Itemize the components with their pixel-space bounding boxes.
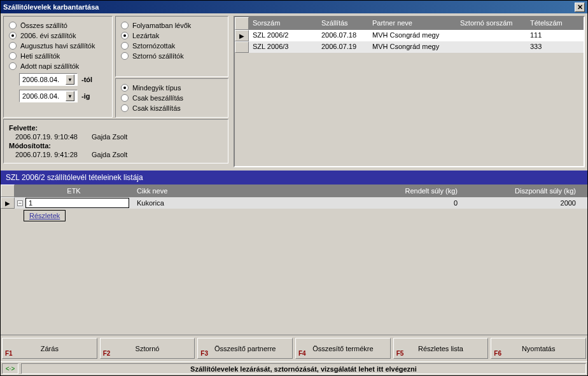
col-cikk[interactable]: Cikk neve bbox=[133, 185, 362, 197]
chevron-down-icon[interactable]: ▼ bbox=[66, 74, 74, 85]
date-to-input[interactable]: 2006.08.04.▼ bbox=[19, 90, 78, 102]
scope-option-day[interactable]: Adott napi szállítók bbox=[9, 61, 107, 71]
etk-input[interactable]: 1 bbox=[25, 198, 129, 208]
f4-button[interactable]: F4Összesítő termékre bbox=[295, 338, 391, 359]
f3-button[interactable]: F3Összesítő partnerre bbox=[197, 338, 293, 359]
f2-button[interactable]: F2Sztornó bbox=[100, 338, 195, 359]
detail-empty-area bbox=[1, 223, 587, 324]
delivery-grid[interactable]: Sorszám Szállítás Partner neve Sztornó s… bbox=[234, 16, 585, 167]
titlebar: Szállitólevelek karbantartása ✕ bbox=[1, 1, 587, 13]
scope-option-year[interactable]: 2006. évi szállítók bbox=[9, 31, 107, 41]
modified-user: Gajda Zsolt bbox=[92, 151, 127, 158]
app-window: Szállitólevelek karbantartása ✕ Összes s… bbox=[0, 0, 588, 376]
col-partner[interactable]: Partner neve bbox=[368, 17, 456, 30]
window-title: Szállitólevelek karbantartása bbox=[3, 3, 575, 11]
modified-time: 2006.07.19. 9:41:28 bbox=[9, 151, 92, 158]
grid-header: Sorszám Szállítás Partner neve Sztornó s… bbox=[235, 17, 584, 30]
audit-info: Felvette: 2006.07.19. 9:10:48Gajda Zsolt… bbox=[3, 119, 228, 164]
status-option-storno[interactable]: Sztornó szállítók bbox=[121, 51, 223, 61]
content: Összes szállító 2006. évi szállítók Augu… bbox=[1, 13, 587, 375]
col-sztorno[interactable]: Sztornó sorszám bbox=[456, 17, 526, 30]
col-rendelt[interactable]: Rendelt súly (kg) bbox=[362, 185, 461, 197]
status-resize-icon: <·> bbox=[2, 363, 18, 374]
row-indicator-icon: ▶ bbox=[5, 200, 10, 207]
type-option-out[interactable]: Csak kiszállítás bbox=[121, 103, 223, 113]
row-indicator-icon: ▶ bbox=[239, 32, 244, 39]
type-filter-group: Mindegyik típus Csak beszállítás Csak ki… bbox=[115, 78, 228, 118]
scope-option-all[interactable]: Összes szállító bbox=[9, 20, 107, 31]
col-diszponalt[interactable]: Diszponált súly (kg) bbox=[461, 185, 587, 197]
detail-grid: ETK Cikk neve Rendelt súly (kg) Diszponá… bbox=[1, 185, 587, 335]
col-etk[interactable]: ETK bbox=[15, 185, 133, 197]
status-option-cancelled[interactable]: Sztornózottak bbox=[121, 41, 223, 51]
f1-button[interactable]: F1Zárás bbox=[2, 338, 97, 359]
scope-filter-group: Összes szállító 2006. évi szállítók Augu… bbox=[3, 16, 113, 118]
f5-button[interactable]: F5Részletes lista bbox=[393, 338, 489, 359]
created-time: 2006.07.19. 9:10:48 bbox=[9, 133, 92, 141]
col-tetelszam[interactable]: Tételszám bbox=[526, 17, 584, 30]
detail-section-title: SZL 2006/2 szállítólevél tételeinek list… bbox=[1, 171, 587, 185]
left-panel: Összes szállító 2006. évi szállítók Augu… bbox=[1, 13, 231, 171]
col-sorszam[interactable]: Sorszám bbox=[249, 17, 318, 30]
status-text: Szállítólevelek lezárását, sztornózását,… bbox=[21, 363, 586, 374]
f6-button[interactable]: F6Nyomtatás bbox=[491, 338, 586, 359]
modified-label: Módosította: bbox=[9, 142, 51, 150]
scope-option-month[interactable]: Augusztus havi szállítók bbox=[9, 41, 107, 51]
detail-row[interactable]: ▶ − 1 Kukorica 0 2000 bbox=[1, 197, 587, 209]
type-option-all[interactable]: Mindegyik típus bbox=[121, 83, 223, 93]
from-suffix: -tól bbox=[81, 76, 92, 83]
status-filter-group: Folyamatban lévők Lezártak Sztornózottak… bbox=[115, 16, 228, 77]
status-option-closed[interactable]: Lezártak bbox=[121, 31, 223, 41]
scope-option-week[interactable]: Heti szállítók bbox=[9, 51, 107, 61]
detail-header: ETK Cikk neve Rendelt súly (kg) Diszponá… bbox=[1, 185, 587, 197]
table-row[interactable]: ▶ SZL 2006/2 2006.07.18 MVH Csongrád meg… bbox=[235, 30, 584, 41]
detail-sub-row: Részletek bbox=[1, 209, 587, 223]
created-label: Felvette: bbox=[9, 124, 38, 132]
date-from-input[interactable]: 2006.08.04.▼ bbox=[19, 73, 78, 86]
status-option-inprogress[interactable]: Folyamatban lévők bbox=[121, 20, 223, 31]
statusbar: <·> Szállítólevelek lezárását, sztornózá… bbox=[1, 361, 587, 375]
col-szallitas[interactable]: Szállítás bbox=[318, 17, 368, 30]
right-panel: Sorszám Szállítás Partner neve Sztornó s… bbox=[231, 13, 587, 171]
chevron-down-icon[interactable]: ▼ bbox=[66, 91, 74, 101]
upper-area: Összes szállító 2006. évi szállítók Augu… bbox=[1, 13, 587, 171]
close-button[interactable]: ✕ bbox=[575, 3, 585, 12]
details-button[interactable]: Részletek bbox=[24, 210, 66, 221]
table-row[interactable]: SZL 2006/3 2006.07.19 MVH Csongrád megy … bbox=[235, 41, 584, 53]
to-suffix: -ig bbox=[81, 92, 90, 100]
type-option-in[interactable]: Csak beszállítás bbox=[121, 93, 223, 103]
collapse-icon[interactable]: − bbox=[17, 200, 23, 206]
created-user: Gajda Zsolt bbox=[92, 133, 127, 141]
function-keys: F1Zárás F2Sztornó F3Összesítő partnerre … bbox=[1, 335, 587, 361]
